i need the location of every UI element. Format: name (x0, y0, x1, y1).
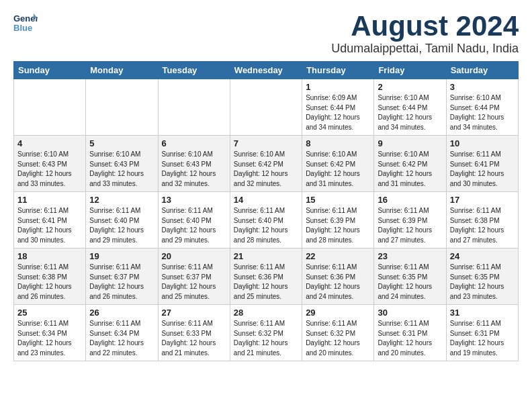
day-number: 18 (17, 251, 82, 261)
calendar-cell: 9Sunrise: 6:10 AM Sunset: 6:42 PM Daylig… (374, 136, 446, 192)
day-number: 22 (306, 251, 370, 261)
calendar-cell: 6Sunrise: 6:10 AM Sunset: 6:43 PM Daylig… (158, 136, 230, 192)
calendar-cell: 8Sunrise: 6:10 AM Sunset: 6:42 PM Daylig… (302, 136, 374, 192)
day-info: Sunrise: 6:11 AM Sunset: 6:35 PM Dayligh… (450, 263, 515, 302)
day-number: 28 (234, 308, 298, 318)
day-number: 13 (162, 195, 226, 205)
calendar-cell: 18Sunrise: 6:11 AM Sunset: 6:38 PM Dayli… (14, 248, 86, 305)
logo: General Blue (13, 11, 38, 35)
day-info: Sunrise: 6:11 AM Sunset: 6:38 PM Dayligh… (450, 206, 515, 245)
day-number: 30 (378, 308, 442, 318)
weekday-header-sunday: Sunday (14, 62, 86, 79)
day-info: Sunrise: 6:11 AM Sunset: 6:31 PM Dayligh… (450, 319, 515, 358)
calendar-cell: 17Sunrise: 6:11 AM Sunset: 6:38 PM Dayli… (446, 192, 518, 248)
weekday-header-friday: Friday (374, 62, 446, 79)
day-number: 14 (234, 195, 298, 205)
calendar-cell: 4Sunrise: 6:10 AM Sunset: 6:43 PM Daylig… (14, 136, 86, 192)
day-info: Sunrise: 6:10 AM Sunset: 6:42 PM Dayligh… (306, 150, 370, 189)
day-info: Sunrise: 6:10 AM Sunset: 6:44 PM Dayligh… (450, 93, 515, 132)
weekday-header-tuesday: Tuesday (158, 62, 230, 79)
calendar-cell: 7Sunrise: 6:10 AM Sunset: 6:42 PM Daylig… (230, 136, 302, 192)
calendar-cell: 12Sunrise: 6:11 AM Sunset: 6:40 PM Dayli… (86, 192, 158, 248)
day-info: Sunrise: 6:11 AM Sunset: 6:40 PM Dayligh… (89, 206, 154, 245)
calendar-cell (86, 79, 158, 136)
weekday-header-wednesday: Wednesday (230, 62, 302, 79)
calendar-cell: 27Sunrise: 6:11 AM Sunset: 6:33 PM Dayli… (158, 305, 230, 361)
day-number: 3 (450, 82, 515, 92)
calendar-cell: 26Sunrise: 6:11 AM Sunset: 6:34 PM Dayli… (86, 305, 158, 361)
calendar-cell: 16Sunrise: 6:11 AM Sunset: 6:39 PM Dayli… (374, 192, 446, 248)
title-block: August 2024 Udumalaippettai, Tamil Nadu,… (331, 11, 519, 56)
day-number: 1 (306, 82, 370, 92)
calendar-cell: 1Sunrise: 6:09 AM Sunset: 6:44 PM Daylig… (302, 79, 374, 136)
day-info: Sunrise: 6:09 AM Sunset: 6:44 PM Dayligh… (306, 93, 370, 132)
day-number: 23 (378, 251, 442, 261)
weekday-header-saturday: Saturday (446, 62, 518, 79)
day-number: 26 (89, 308, 154, 318)
day-info: Sunrise: 6:11 AM Sunset: 6:34 PM Dayligh… (17, 319, 82, 358)
day-number: 11 (17, 195, 82, 205)
calendar-cell: 3Sunrise: 6:10 AM Sunset: 6:44 PM Daylig… (446, 79, 518, 136)
calendar-cell: 11Sunrise: 6:11 AM Sunset: 6:41 PM Dayli… (14, 192, 86, 248)
day-info: Sunrise: 6:11 AM Sunset: 6:39 PM Dayligh… (306, 206, 370, 245)
calendar-cell: 20Sunrise: 6:11 AM Sunset: 6:37 PM Dayli… (158, 248, 230, 305)
calendar-cell: 31Sunrise: 6:11 AM Sunset: 6:31 PM Dayli… (446, 305, 518, 361)
day-number: 31 (450, 308, 515, 318)
calendar-cell: 19Sunrise: 6:11 AM Sunset: 6:37 PM Dayli… (86, 248, 158, 305)
day-info: Sunrise: 6:11 AM Sunset: 6:40 PM Dayligh… (234, 206, 298, 245)
day-number: 27 (162, 308, 226, 318)
calendar-cell: 15Sunrise: 6:11 AM Sunset: 6:39 PM Dayli… (302, 192, 374, 248)
day-info: Sunrise: 6:11 AM Sunset: 6:31 PM Dayligh… (378, 319, 442, 358)
svg-text:Blue: Blue (13, 23, 32, 33)
day-number: 2 (378, 82, 442, 92)
day-number: 25 (17, 308, 82, 318)
calendar-cell: 14Sunrise: 6:11 AM Sunset: 6:40 PM Dayli… (230, 192, 302, 248)
day-info: Sunrise: 6:10 AM Sunset: 6:43 PM Dayligh… (89, 150, 154, 189)
calendar-cell: 30Sunrise: 6:11 AM Sunset: 6:31 PM Dayli… (374, 305, 446, 361)
day-info: Sunrise: 6:10 AM Sunset: 6:44 PM Dayligh… (378, 93, 442, 132)
weekday-header-monday: Monday (86, 62, 158, 79)
calendar-cell (158, 79, 230, 136)
day-info: Sunrise: 6:11 AM Sunset: 6:34 PM Dayligh… (89, 319, 154, 358)
day-number: 15 (306, 195, 370, 205)
day-info: Sunrise: 6:10 AM Sunset: 6:43 PM Dayligh… (162, 150, 226, 189)
day-number: 7 (234, 138, 298, 148)
day-info: Sunrise: 6:11 AM Sunset: 6:39 PM Dayligh… (378, 206, 442, 245)
day-info: Sunrise: 6:11 AM Sunset: 6:41 PM Dayligh… (17, 206, 82, 245)
calendar-cell (14, 79, 86, 136)
day-number: 24 (450, 251, 515, 261)
subtitle: Udumalaippettai, Tamil Nadu, India (331, 42, 519, 56)
calendar-cell: 5Sunrise: 6:10 AM Sunset: 6:43 PM Daylig… (86, 136, 158, 192)
day-number: 6 (162, 138, 226, 148)
calendar-cell: 23Sunrise: 6:11 AM Sunset: 6:35 PM Dayli… (374, 248, 446, 305)
day-info: Sunrise: 6:11 AM Sunset: 6:33 PM Dayligh… (162, 319, 226, 358)
day-info: Sunrise: 6:11 AM Sunset: 6:38 PM Dayligh… (17, 263, 82, 302)
calendar-cell: 22Sunrise: 6:11 AM Sunset: 6:36 PM Dayli… (302, 248, 374, 305)
day-info: Sunrise: 6:11 AM Sunset: 6:32 PM Dayligh… (306, 319, 370, 358)
day-info: Sunrise: 6:11 AM Sunset: 6:36 PM Dayligh… (306, 263, 370, 302)
day-number: 20 (162, 251, 226, 261)
day-info: Sunrise: 6:11 AM Sunset: 6:41 PM Dayligh… (450, 150, 515, 189)
day-info: Sunrise: 6:10 AM Sunset: 6:43 PM Dayligh… (17, 150, 82, 189)
day-info: Sunrise: 6:11 AM Sunset: 6:36 PM Dayligh… (234, 263, 298, 302)
calendar-cell: 2Sunrise: 6:10 AM Sunset: 6:44 PM Daylig… (374, 79, 446, 136)
calendar: SundayMondayTuesdayWednesdayThursdayFrid… (13, 61, 519, 361)
day-info: Sunrise: 6:11 AM Sunset: 6:37 PM Dayligh… (162, 263, 226, 302)
day-number: 17 (450, 195, 515, 205)
day-number: 19 (89, 251, 154, 261)
calendar-cell (230, 79, 302, 136)
calendar-cell: 25Sunrise: 6:11 AM Sunset: 6:34 PM Dayli… (14, 305, 86, 361)
day-info: Sunrise: 6:11 AM Sunset: 6:40 PM Dayligh… (162, 206, 226, 245)
day-number: 29 (306, 308, 370, 318)
day-info: Sunrise: 6:11 AM Sunset: 6:35 PM Dayligh… (378, 263, 442, 302)
calendar-cell: 24Sunrise: 6:11 AM Sunset: 6:35 PM Dayli… (446, 248, 518, 305)
calendar-cell: 29Sunrise: 6:11 AM Sunset: 6:32 PM Dayli… (302, 305, 374, 361)
day-number: 12 (89, 195, 154, 205)
day-number: 9 (378, 138, 442, 148)
day-info: Sunrise: 6:11 AM Sunset: 6:32 PM Dayligh… (234, 319, 298, 358)
day-info: Sunrise: 6:11 AM Sunset: 6:37 PM Dayligh… (89, 263, 154, 302)
calendar-cell: 10Sunrise: 6:11 AM Sunset: 6:41 PM Dayli… (446, 136, 518, 192)
day-number: 16 (378, 195, 442, 205)
day-number: 8 (306, 138, 370, 148)
calendar-cell: 28Sunrise: 6:11 AM Sunset: 6:32 PM Dayli… (230, 305, 302, 361)
